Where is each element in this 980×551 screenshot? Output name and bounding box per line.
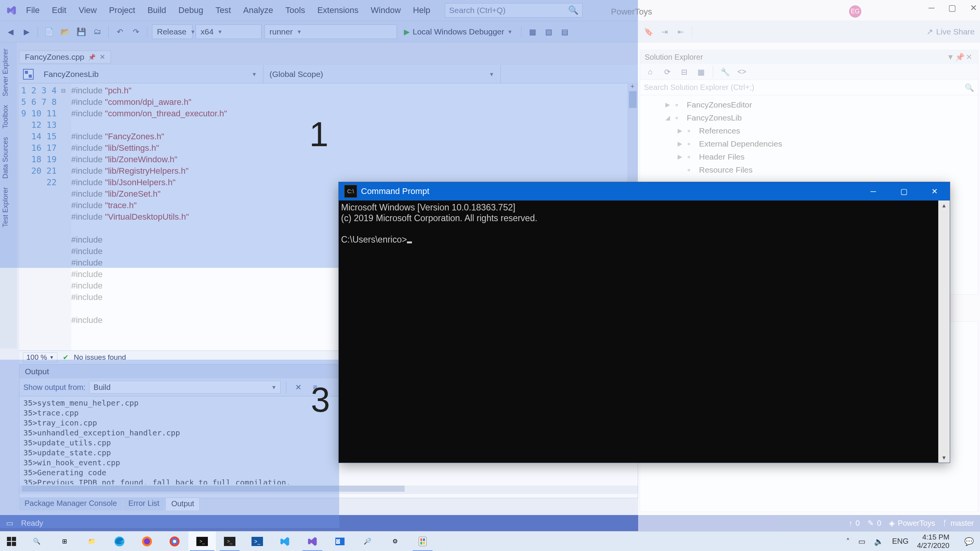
- sln-item[interactable]: ◢▫FancyZonesLib: [644, 111, 974, 124]
- taskbar-cmd[interactable]: >_: [188, 531, 216, 551]
- sln-item[interactable]: ▶▫External Dependencies: [644, 137, 974, 150]
- status-pencil[interactable]: ✎ 0: [867, 518, 881, 528]
- zoom-combo[interactable]: 100 %▼: [23, 352, 57, 362]
- cmd-titlebar[interactable]: C:\ Command Prompt ─ ▢ ✕: [339, 182, 950, 201]
- undo-icon[interactable]: ↶: [113, 25, 126, 38]
- sidetab-toolbox[interactable]: Toolbox: [0, 102, 17, 132]
- sln-showall-icon[interactable]: ▦: [694, 65, 707, 78]
- taskbar-powershell[interactable]: >_: [243, 531, 271, 551]
- tray-notifications-icon[interactable]: 💬: [960, 531, 978, 551]
- start-button[interactable]: [0, 531, 23, 551]
- config-dropdown[interactable]: Release▼: [152, 24, 193, 39]
- toolbar-icon-3[interactable]: ▤: [558, 25, 571, 38]
- output-clear-icon[interactable]: ✕: [292, 381, 305, 394]
- menu-file[interactable]: File: [21, 3, 45, 18]
- tray-lang[interactable]: ENG: [892, 537, 908, 546]
- nav-back-icon[interactable]: ◀: [4, 25, 17, 38]
- toolbar-icon-1[interactable]: ▦: [526, 25, 539, 38]
- sidetab-server-explorer[interactable]: Server Explorer: [0, 46, 17, 99]
- new-item-icon[interactable]: 📄: [42, 25, 56, 38]
- tab-error-list[interactable]: Error List: [123, 497, 165, 510]
- sln-item[interactable]: ▫Resource Files: [644, 163, 974, 176]
- indent-icon[interactable]: ⇥: [658, 25, 671, 38]
- panel-close-icon[interactable]: ✕: [964, 52, 973, 62]
- platform-dropdown[interactable]: x64▼: [196, 24, 261, 39]
- menu-project[interactable]: Project: [104, 3, 140, 18]
- sln-tree[interactable]: ▶▫FancyZonesEditor◢▫FancyZonesLib▶▫Refer…: [640, 95, 978, 179]
- menu-edit[interactable]: Edit: [46, 3, 72, 18]
- fold-gutter[interactable]: ⊟: [61, 83, 71, 351]
- taskbar-app-1[interactable]: 🔎: [354, 531, 381, 551]
- type-dropdown[interactable]: FancyZonesLib▼: [38, 65, 263, 83]
- menu-analyze[interactable]: Analyze: [238, 3, 278, 18]
- output-hscrollbar[interactable]: [20, 486, 638, 494]
- sln-search[interactable]: Search Solution Explorer (Ctrl+;) 🔍: [640, 80, 978, 95]
- tray-chevron-icon[interactable]: ˄: [846, 537, 850, 546]
- close-tab-icon[interactable]: ✕: [100, 53, 105, 61]
- sln-code-icon[interactable]: <>: [735, 65, 748, 78]
- taskbar-vscode[interactable]: [271, 531, 299, 551]
- startup-dropdown[interactable]: runner▼: [265, 24, 397, 39]
- taskbar-terminal[interactable]: >_: [216, 531, 243, 551]
- tray-battery-icon[interactable]: ▭: [858, 537, 866, 546]
- menu-tools[interactable]: Tools: [280, 3, 310, 18]
- cmd-body[interactable]: Microsoft Windows [Version 10.0.18363.75…: [339, 201, 938, 463]
- status-branch[interactable]: ᚶ master: [943, 519, 974, 528]
- taskbar-visual-studio[interactable]: [299, 531, 326, 551]
- taskbar-edge[interactable]: [106, 531, 133, 551]
- user-avatar[interactable]: EG: [849, 5, 861, 18]
- sidetab-test-explorer[interactable]: Test Explorer: [0, 184, 17, 230]
- taskbar-chrome[interactable]: [161, 531, 188, 551]
- sln-props-icon[interactable]: 🔧: [719, 65, 732, 78]
- status-up[interactable]: ↑ 0: [849, 519, 860, 528]
- start-debug-button[interactable]: ▶ Local Windows Debugger ▼: [400, 24, 516, 39]
- taskbar-explorer[interactable]: 📁: [78, 531, 106, 551]
- taskbar-search-icon[interactable]: 🔍: [23, 531, 51, 551]
- quick-search[interactable]: Search (Ctrl+Q) 🔍: [445, 3, 583, 18]
- sln-collapse-icon[interactable]: ⊟: [678, 65, 691, 78]
- taskbar-app-2[interactable]: ⚙: [381, 531, 409, 551]
- maximize-icon[interactable]: ▢: [948, 3, 956, 13]
- tab-output[interactable]: Output: [165, 497, 200, 510]
- cmd-maximize-button[interactable]: ▢: [889, 182, 919, 201]
- nav-fwd-icon[interactable]: ▶: [20, 25, 33, 38]
- command-prompt-window[interactable]: C:\ Command Prompt ─ ▢ ✕ Microsoft Windo…: [338, 182, 950, 463]
- cmd-vscrollbar[interactable]: ▲ ▼: [938, 201, 950, 463]
- bookmark-icon[interactable]: 🔖: [642, 25, 655, 38]
- minimize-icon[interactable]: ─: [928, 3, 934, 13]
- toolbar-icon-2[interactable]: ▧: [542, 25, 555, 38]
- menu-help[interactable]: Help: [408, 3, 436, 18]
- open-icon[interactable]: 📂: [59, 25, 72, 38]
- taskbar-powertoys[interactable]: [409, 531, 436, 551]
- sln-item[interactable]: ▶▫FancyZonesEditor: [644, 98, 974, 111]
- menu-test[interactable]: Test: [210, 3, 236, 18]
- scope-dropdown[interactable]: (Global Scope)▼: [263, 65, 501, 83]
- menu-debug[interactable]: Debug: [173, 3, 209, 18]
- menu-window[interactable]: Window: [366, 3, 406, 18]
- taskbar-outlook[interactable]: O: [326, 531, 354, 551]
- cmd-close-button[interactable]: ✕: [919, 182, 950, 201]
- tray-volume-icon[interactable]: 🔈: [874, 537, 884, 546]
- live-share-button[interactable]: ↗ Live Share: [926, 27, 975, 36]
- panel-pin-icon[interactable]: 📌: [955, 52, 964, 62]
- menu-build[interactable]: Build: [142, 3, 172, 18]
- cmd-minimize-button[interactable]: ─: [858, 182, 889, 201]
- split-icon[interactable]: +: [628, 83, 637, 91]
- redo-icon[interactable]: ↷: [129, 25, 142, 38]
- close-icon[interactable]: ✕: [970, 3, 977, 13]
- editor-tab[interactable]: FancyZones.cpp 📌 ✕: [19, 51, 111, 64]
- taskbar-taskview-icon[interactable]: ⊞: [51, 531, 78, 551]
- sln-item[interactable]: ▶▫Header Files: [644, 150, 974, 163]
- output-from-dropdown[interactable]: Build▼: [89, 381, 281, 394]
- taskbar-firefox[interactable]: [133, 531, 161, 551]
- pin-icon[interactable]: 📌: [88, 54, 96, 61]
- status-repo[interactable]: ◈ PowerToys: [889, 518, 935, 528]
- save-all-icon[interactable]: 🗂: [91, 25, 104, 38]
- tray-clock[interactable]: 4:15 PM 4/27/2020: [917, 533, 952, 550]
- menu-extensions[interactable]: Extensions: [312, 3, 364, 18]
- tab-package-manager[interactable]: Package Manager Console: [19, 497, 122, 510]
- save-icon[interactable]: 💾: [75, 25, 88, 38]
- sln-sync-icon[interactable]: ⟳: [661, 65, 674, 78]
- sln-home-icon[interactable]: ⌂: [644, 65, 657, 78]
- outdent-icon[interactable]: ⇤: [674, 25, 687, 38]
